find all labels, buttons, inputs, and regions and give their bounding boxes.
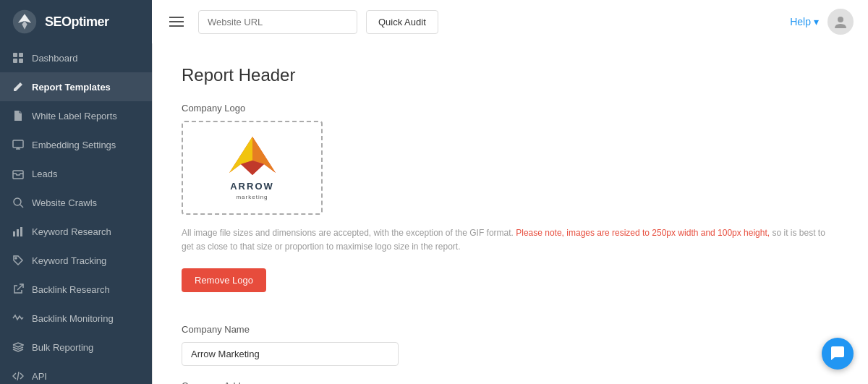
sidebar-item-label: Website Crawls bbox=[32, 197, 97, 208]
seoptimer-logo-icon bbox=[12, 9, 38, 35]
sidebar-item-label: Embedding Settings bbox=[32, 140, 116, 150]
content-area: Report Header Company Logo ARR bbox=[152, 43, 868, 384]
sidebar-item-report-templates[interactable]: Report Templates bbox=[0, 72, 152, 101]
svg-rect-7 bbox=[13, 140, 23, 148]
logo-area: SEOptimer bbox=[0, 9, 152, 35]
top-right-area: Help ▾ bbox=[778, 0, 868, 43]
svg-line-18 bbox=[17, 372, 19, 380]
sidebar-item-keyword-tracking[interactable]: Keyword Tracking bbox=[0, 246, 152, 275]
hamburger-button[interactable] bbox=[163, 11, 190, 33]
sidebar: Dashboard Report Templates White Label R… bbox=[0, 43, 152, 384]
svg-point-16 bbox=[15, 257, 17, 259]
sidebar-item-bulk-reporting[interactable]: Bulk Reporting bbox=[0, 333, 152, 362]
logo-upload-box[interactable]: ARROW marketing bbox=[182, 121, 323, 215]
svg-rect-15 bbox=[20, 227, 22, 236]
sidebar-item-backlink-research[interactable]: Backlink Research bbox=[0, 275, 152, 304]
sidebar-item-backlink-monitoring[interactable]: Backlink Monitoring bbox=[0, 304, 152, 333]
sidebar-item-leads[interactable]: Leads bbox=[0, 159, 152, 188]
layers-icon bbox=[12, 341, 25, 354]
sidebar-item-label: White Label Reports bbox=[32, 111, 117, 121]
top-nav: Quick Audit bbox=[152, 0, 778, 43]
monitor-icon bbox=[12, 138, 25, 151]
help-button[interactable]: Help ▾ bbox=[790, 16, 819, 27]
tag-icon bbox=[12, 254, 25, 267]
sidebar-item-label: Keyword Research bbox=[32, 226, 111, 237]
company-logo-group: Company Logo ARROW marketing bbox=[182, 103, 839, 310]
chat-bubble-button[interactable] bbox=[822, 338, 854, 370]
main-content: Dashboard Report Templates White Label R… bbox=[0, 43, 868, 384]
edit-icon bbox=[12, 80, 25, 93]
company-address-group: Company Address bbox=[182, 380, 839, 384]
sidebar-item-label: Keyword Tracking bbox=[32, 255, 106, 266]
svg-rect-13 bbox=[13, 231, 15, 236]
external-link-icon bbox=[12, 283, 25, 296]
svg-line-12 bbox=[20, 205, 23, 208]
grid-icon bbox=[12, 51, 25, 64]
sidebar-item-label: Leads bbox=[32, 168, 57, 179]
sidebar-item-white-label-reports[interactable]: White Label Reports bbox=[0, 101, 152, 130]
svg-rect-4 bbox=[13, 59, 17, 63]
quick-audit-button[interactable]: Quick Audit bbox=[366, 10, 438, 34]
svg-point-1 bbox=[838, 17, 843, 22]
sidebar-item-label: Dashboard bbox=[32, 53, 78, 64]
logo-preview: ARROW marketing bbox=[183, 122, 321, 213]
arrow-logo-svg bbox=[224, 135, 281, 179]
bar-chart-icon bbox=[12, 225, 25, 238]
svg-rect-14 bbox=[17, 229, 19, 236]
svg-point-11 bbox=[14, 198, 21, 205]
sidebar-item-dashboard[interactable]: Dashboard bbox=[0, 43, 152, 72]
sidebar-item-keyword-research[interactable]: Keyword Research bbox=[0, 217, 152, 246]
sidebar-item-label: Bulk Reporting bbox=[32, 342, 93, 353]
company-name-group: Company Name bbox=[182, 324, 839, 366]
arrow-marketing-logo: ARROW marketing bbox=[224, 135, 281, 200]
website-url-input[interactable] bbox=[198, 10, 357, 34]
company-name-input[interactable] bbox=[182, 342, 399, 366]
page-title: Report Header bbox=[182, 65, 839, 85]
svg-rect-5 bbox=[19, 59, 23, 63]
code-icon bbox=[12, 370, 25, 383]
sidebar-item-website-crawls[interactable]: Website Crawls bbox=[0, 188, 152, 217]
svg-rect-3 bbox=[19, 53, 23, 57]
sidebar-item-label: Report Templates bbox=[32, 82, 111, 93]
company-logo-label: Company Logo bbox=[182, 103, 839, 114]
marketing-text: marketing bbox=[236, 194, 268, 200]
svg-rect-2 bbox=[13, 53, 17, 57]
app-logo-text: SEOptimer bbox=[45, 14, 109, 30]
chat-icon bbox=[830, 346, 846, 362]
activity-icon bbox=[12, 312, 25, 325]
file-icon bbox=[12, 109, 25, 122]
user-avatar[interactable] bbox=[827, 9, 854, 35]
logo-info-text: All image file sizes and dimensions are … bbox=[182, 226, 833, 254]
sidebar-item-label: API bbox=[32, 371, 47, 382]
sidebar-item-label: Backlink Research bbox=[32, 284, 110, 295]
user-icon bbox=[833, 14, 848, 30]
search-icon bbox=[12, 196, 25, 209]
company-address-label: Company Address bbox=[182, 380, 839, 384]
inbox-icon bbox=[12, 167, 25, 180]
svg-line-17 bbox=[17, 284, 23, 290]
remove-logo-button[interactable]: Remove Logo bbox=[182, 268, 266, 292]
sidebar-item-api[interactable]: API bbox=[0, 362, 152, 384]
company-name-label: Company Name bbox=[182, 324, 839, 335]
sidebar-item-label: Backlink Monitoring bbox=[32, 313, 114, 324]
arrow-text: ARROW bbox=[230, 182, 274, 191]
sidebar-item-embedding-settings[interactable]: Embedding Settings bbox=[0, 130, 152, 159]
